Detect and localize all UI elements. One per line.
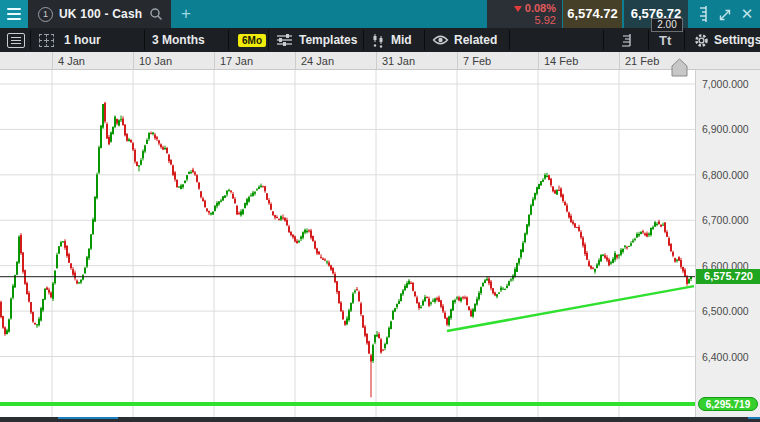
date-label: 14 Feb [544,55,578,67]
date-tick [295,52,296,69]
add-tab-icon[interactable]: + [176,3,196,25]
date-label: 24 Jan [301,55,334,67]
date-label: 21 Feb [625,55,659,67]
candlesticks [0,102,692,398]
price-axis-label: 7,000.000 [702,78,749,90]
indicator-sliders-icon [276,33,293,47]
chart-area[interactable] [0,70,695,417]
price-type-button[interactable]: Mid [371,28,412,52]
instrument-tab[interactable]: 1 UK 100 - Cash [28,0,171,28]
instrument-title: UK 100 - Cash [59,7,142,21]
layout-grid-icon[interactable] [39,28,54,52]
candlestick-chart[interactable] [0,70,695,417]
date-label: 17 Jan [220,55,253,67]
settings-button[interactable]: Settings [694,28,760,52]
bottom-corner-indicator [748,417,760,419]
price-axis-label: 6,700.000 [702,214,749,226]
trading-platform-window: 1 UK 100 - Cash + 0.08% 5.92 6,574.72 6,… [0,0,760,422]
top-bar: 1 UK 100 - Cash + 0.08% 5.92 6,574.72 6,… [0,0,760,28]
eye-icon [432,34,449,46]
price-axis[interactable]: 7,000.0006,900.0006,800.0006,700.0006,60… [695,70,760,417]
price-axis-label: 6,500.000 [702,305,749,317]
price-axis-label: 6,900.000 [702,123,749,135]
date-label: 10 Jan [139,55,172,67]
candle-type-icon [371,33,386,48]
date-tick [619,52,620,69]
date-tick [52,52,53,69]
support-level-badge[interactable]: 6,295.719 [698,397,758,411]
change-percent: 0.08% [525,2,556,14]
chart-toolbar: 1 hour 3 Months 6Mo Templates [0,28,760,52]
date-tick [133,52,134,69]
close-icon[interactable]: ✕ [739,0,755,28]
range-button[interactable]: 3 Months [152,28,205,52]
order-book-icon[interactable] [694,0,712,28]
templates-button[interactable]: Templates [276,28,357,52]
trend-line[interactable] [447,286,694,331]
sell-price-button[interactable]: 6,574.72 [563,0,622,28]
spread-value: 2.00 [651,18,683,32]
search-icon[interactable] [149,7,163,21]
current-price-badge: 6,575.720 [696,269,760,284]
date-label: 4 Jan [58,55,85,67]
hamburger-menu-icon[interactable] [0,0,28,28]
date-tick [538,52,539,69]
related-button[interactable]: Related [432,28,497,52]
date-tick [457,52,458,69]
date-label: 31 Jan [382,55,415,67]
bottom-bar [0,417,760,422]
chart-list-icon[interactable] [7,28,25,52]
gridlines [0,70,695,417]
scroll-to-latest-marker[interactable] [671,58,688,77]
bottom-tab-indicator[interactable] [58,417,118,419]
ruler-tool-icon[interactable] [618,28,634,52]
expand-icon[interactable] [716,0,734,28]
range-badge[interactable]: 6Mo [238,28,266,52]
price-axis-label: 6,400.000 [702,351,749,363]
change-absolute: 5.92 [487,14,556,26]
timeframe-button[interactable]: 1 hour [64,28,101,52]
quote-change-box: 0.08% 5.92 [487,0,562,28]
date-axis[interactable]: 4 Jan10 Jan17 Jan24 Jan31 Jan7 Feb14 Feb… [0,52,760,70]
down-arrow-icon [514,6,522,12]
instrument-number-badge: 1 [38,7,53,22]
gear-icon [694,33,709,48]
date-tick [214,52,215,69]
date-tick [376,52,377,69]
price-axis-label: 6,800.000 [702,169,749,181]
date-label: 7 Feb [463,55,491,67]
